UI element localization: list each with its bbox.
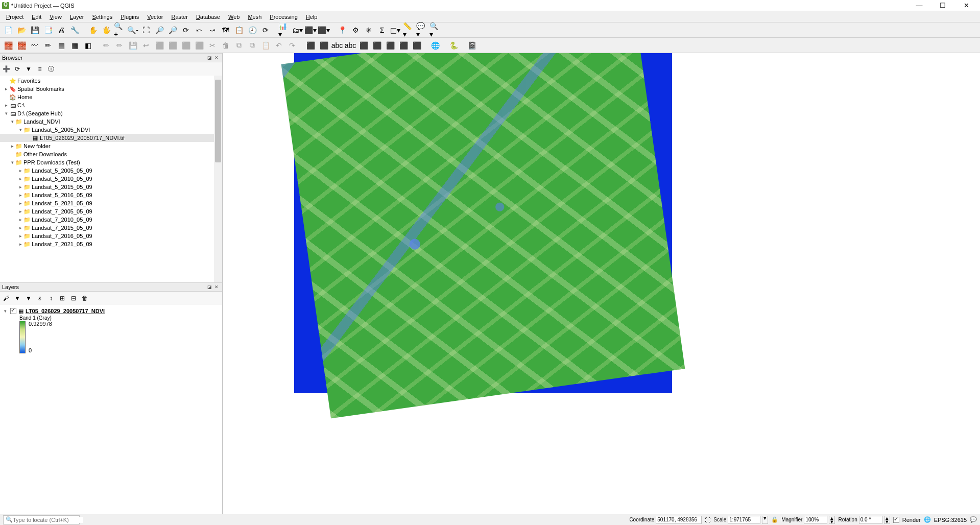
tree-item[interactable]: ⭐Favorites <box>0 77 222 85</box>
toolbar-button-22[interactable]: ↷ <box>286 39 298 52</box>
toolbar-button-11[interactable]: ↩ <box>140 39 152 52</box>
toolbar-button-17[interactable]: 🗺 <box>220 24 232 36</box>
toolbar-button-21[interactable]: ↶ <box>273 39 285 52</box>
collapse-icon[interactable]: ≡ <box>35 64 45 74</box>
toolbar-button-26[interactable]: abc <box>331 39 343 52</box>
toolbar-button-7[interactable]: ✋ <box>87 24 99 36</box>
layer-style-icon[interactable]: 🖌 <box>1 293 11 303</box>
toolbar-button-29[interactable]: ⬛ <box>371 39 383 52</box>
layer-expand-icon[interactable]: ⊞ <box>57 293 67 303</box>
toolbar-button-9[interactable]: 🔍+ <box>113 24 126 36</box>
tree-twist-icon[interactable]: ▸ <box>17 168 23 173</box>
tree-twist-icon[interactable]: ▸ <box>17 242 23 247</box>
scale-input[interactable] <box>728 516 760 524</box>
menu-settings[interactable]: Settings <box>88 13 116 21</box>
browser-undock-icon[interactable]: ◪ <box>206 55 213 60</box>
toolbar-button-6[interactable]: ◧ <box>82 39 94 52</box>
toolbar-button-31[interactable]: ▥▾ <box>389 24 401 36</box>
toolbar-button-14[interactable]: ⬛ <box>180 39 192 52</box>
locator-input[interactable] <box>13 517 83 523</box>
tree-twist-icon[interactable]: ▸ <box>17 176 23 181</box>
menu-web[interactable]: Web <box>224 13 244 21</box>
toolbar-button-13[interactable]: ⬛ <box>166 39 179 52</box>
locator-search[interactable]: 🔍 <box>3 515 80 524</box>
toolbar-button-17[interactable]: 🗑 <box>220 39 232 52</box>
toolbar-button-24[interactable]: ⬛▾ <box>304 24 317 36</box>
toolbar-button-19[interactable]: 🕘 <box>246 24 258 36</box>
layers-undock-icon[interactable]: ◪ <box>206 284 213 290</box>
menu-database[interactable]: Database <box>192 13 224 21</box>
tree-item[interactable]: ▸📁Landsat_7_2005_05_09 <box>0 207 222 216</box>
toolbar-button-33[interactable]: 💬▾ <box>416 24 428 36</box>
toolbar-button-2[interactable]: 💾 <box>29 24 41 36</box>
menu-plugins[interactable]: Plugins <box>116 13 143 21</box>
tree-item[interactable]: ▸🔖Spatial Bookmarks <box>0 85 222 93</box>
menu-raster[interactable]: Raster <box>167 13 192 21</box>
rotation-spinner[interactable]: ▴▾ <box>884 516 890 524</box>
tree-item[interactable]: ▸📁Landsat_7_2010_05_09 <box>0 216 222 224</box>
tree-twist-icon[interactable]: ▸ <box>17 184 23 189</box>
toolbar-button-1[interactable]: 🧱 <box>15 39 28 52</box>
tree-item[interactable]: ▸📁Landsat_5_2021_05_09 <box>0 199 222 207</box>
layers-tree[interactable]: ▾ ▦ LT05_026029_20050717_NDVI Band 1 (Gr… <box>0 305 222 514</box>
toolbar-button-36[interactable]: 🐍 <box>447 39 460 52</box>
browser-close-icon[interactable]: ✕ <box>213 55 220 60</box>
toolbar-button-29[interactable]: ✳ <box>363 24 375 36</box>
tree-item[interactable]: ▸📁New folder <box>0 142 222 150</box>
maximize-button[interactable]: ☐ <box>931 2 954 9</box>
toolbar-button-5[interactable]: ▦ <box>68 39 81 52</box>
toolbar-button-27[interactable]: 📍 <box>336 24 348 36</box>
tree-twist-icon[interactable]: ▸ <box>3 103 9 108</box>
add-layer-icon[interactable]: ➕ <box>1 64 11 74</box>
layers-close-icon[interactable]: ✕ <box>213 284 220 290</box>
toolbar-button-15[interactable]: ⬛ <box>193 39 205 52</box>
toolbar-button-4[interactable]: 🖨 <box>55 24 67 36</box>
toolbar-button-32[interactable]: 📏▾ <box>402 24 415 36</box>
tree-item[interactable]: ▾📁Landsat_NDVI <box>0 117 222 126</box>
map-canvas[interactable] <box>223 53 980 514</box>
toolbar-button-16[interactable]: ✂ <box>206 39 219 52</box>
toolbar-button-23[interactable]: 🗂▾ <box>291 24 303 36</box>
toolbar-button-34[interactable]: 🔍▾ <box>429 24 441 36</box>
toolbar-button-34[interactable]: 🌐 <box>429 39 441 52</box>
tree-twist-icon[interactable]: ▸ <box>17 217 23 222</box>
layer-collapse-icon[interactable]: ⊟ <box>68 293 79 303</box>
crs-label[interactable]: EPSG:32615 <box>934 517 967 523</box>
toolbar-button-11[interactable]: ⛶ <box>140 24 152 36</box>
toolbar-button-14[interactable]: ⟳ <box>180 24 192 36</box>
minimize-button[interactable]: — <box>907 2 931 9</box>
toolbar-button-8[interactable]: 🖐 <box>100 24 112 36</box>
toolbar-button-2[interactable]: 〰 <box>29 39 41 52</box>
menu-edit[interactable]: Edit <box>28 13 45 21</box>
toolbar-button-12[interactable]: 🔎 <box>153 24 165 36</box>
toolbar-button-20[interactable]: ⟳ <box>259 24 272 36</box>
toolbar-button-1[interactable]: 📂 <box>15 24 28 36</box>
extents-icon[interactable]: ⛶ <box>705 517 710 523</box>
crs-icon[interactable]: 🌐 <box>924 516 931 523</box>
toolbar-button-24[interactable]: ⬛ <box>304 39 317 52</box>
tree-twist-icon[interactable]: ▾ <box>17 127 23 132</box>
toolbar-button-30[interactable]: Σ <box>376 24 388 36</box>
tree-item[interactable]: ▾📁PPR Downloads (Test) <box>0 158 222 166</box>
close-button[interactable]: ✕ <box>954 2 978 9</box>
tree-twist-icon[interactable]: ▸ <box>9 144 15 149</box>
menu-view[interactable]: View <box>45 13 66 21</box>
tree-item[interactable]: ▸📁Landsat_7_2015_05_09 <box>0 224 222 232</box>
toolbar-button-18[interactable]: ⧉ <box>233 39 245 52</box>
layer-filter-icon[interactable]: ▼ <box>23 293 34 303</box>
tree-twist-icon[interactable]: ▾ <box>9 160 15 165</box>
layer-sort-icon[interactable]: ↕ <box>46 293 56 303</box>
properties-icon[interactable]: ⓘ <box>46 64 56 74</box>
menu-project[interactable]: Project <box>2 13 28 21</box>
magnifier-spinner[interactable]: ▴▾ <box>829 516 835 524</box>
tree-item[interactable]: ▸📁Landsat_5_2016_05_09 <box>0 191 222 199</box>
tree-item[interactable]: 📁Other Downloads <box>0 150 222 158</box>
tree-item[interactable]: ▾🖴D:\ (Seagate Hub) <box>0 109 222 117</box>
toolbar-button-8[interactable]: ✏ <box>100 39 112 52</box>
menu-layer[interactable]: Layer <box>66 13 88 21</box>
toolbar-button-10[interactable]: 🔍- <box>127 24 139 36</box>
toolbar-button-20[interactable]: 📋 <box>259 39 272 52</box>
tree-item[interactable]: 🏠Home <box>0 93 222 101</box>
tree-item[interactable]: ▸📁Landsat_7_2016_05_09 <box>0 232 222 240</box>
toolbar-button-25[interactable]: ⬛▾ <box>318 24 330 36</box>
